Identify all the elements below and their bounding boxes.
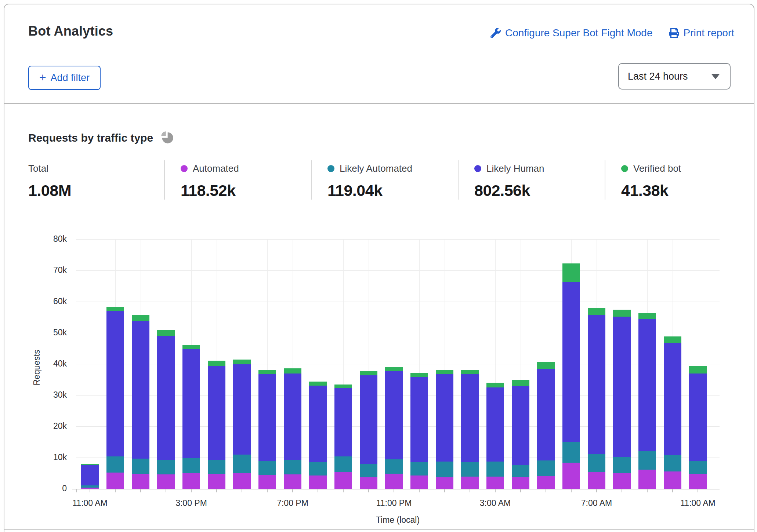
chart-bar[interactable] [436,370,453,489]
bar-segment-automated [309,475,327,489]
bar-segment-likely-human [233,364,251,455]
x-axis-tick-label: 7:00 AM [564,498,630,508]
bar-segment-automated [132,474,149,489]
chart-bar[interactable] [284,368,301,489]
chart-bar[interactable] [81,464,99,489]
bar-segment-automated [689,474,707,489]
bar-segment-likely-human [562,282,580,442]
bar-segment-verified-bot [258,370,276,374]
bar-segment-likely-automated [537,460,555,476]
bar-segment-likely-human [638,319,656,451]
bar-segment-likely-human [486,387,504,462]
bar-segment-verified-bot [486,383,504,387]
bar-segment-likely-automated [208,460,225,474]
chart-bar[interactable] [360,371,377,489]
bar-segment-automated [334,472,352,489]
x-gridline [90,239,90,489]
x-axis-tick-mark [115,489,116,492]
chart-bar[interactable] [157,330,175,489]
chart-bar[interactable] [486,383,504,489]
y-axis-tick-label: 60k [26,296,67,306]
bar-segment-verified-bot [182,345,200,349]
x-axis-tick-mark [318,489,318,492]
x-axis-title: Time (local) [343,515,453,525]
bar-segment-automated [182,473,200,489]
bar-segment-likely-human [360,375,377,464]
chart-bar[interactable] [309,382,327,489]
bar-segment-automated [385,474,403,489]
bar-segment-likely-automated [309,462,327,475]
bar-segment-likely-automated [588,454,605,472]
y-axis-tick-label: 10k [26,452,67,462]
bar-segment-verified-bot [385,367,403,371]
bar-segment-likely-human [182,349,200,458]
bar-segment-likely-automated [486,462,504,477]
y-axis-tick-label: 50k [26,328,67,338]
bar-segment-automated [106,473,124,489]
x-axis-tick-mark [546,489,546,492]
chart-bar[interactable] [233,360,251,489]
bar-segment-automated [284,474,301,489]
y-axis-title: Requests [32,342,42,386]
bar-segment-likely-automated [512,465,529,477]
bar-segment-likely-automated [258,461,276,475]
chart-bar[interactable] [562,263,580,489]
x-axis-tick-mark [394,489,394,492]
chart-bar[interactable] [638,313,656,489]
bar-segment-likely-human [613,317,631,457]
y-axis-tick-label: 0 [26,484,67,493]
bar-segment-verified-bot [284,368,301,374]
chart-bar[interactable] [334,385,352,489]
bar-segment-verified-bot [233,360,251,364]
bar-segment-automated [562,463,580,489]
x-axis-tick-mark [343,489,344,492]
chart-bar[interactable] [537,362,555,489]
y-axis-tick-label: 80k [26,234,67,244]
x-axis-tick-mark [90,489,90,492]
bar-segment-automated [410,475,428,489]
x-axis-tick-label: 3:00 AM [462,498,528,508]
x-axis-tick-mark [647,489,648,492]
bar-segment-likely-automated [157,460,175,474]
bar-segment-automated [436,477,453,489]
bar-segment-likely-automated [182,458,200,473]
bar-segment-verified-bot [562,263,580,282]
y-axis-tick-label: 70k [26,265,67,275]
chart-bar[interactable] [664,336,681,489]
x-axis-tick-mark [495,489,496,492]
bar-segment-automated [360,477,377,489]
bar-segment-automated [638,470,656,489]
chart-bar[interactable] [208,361,225,489]
x-axis-tick-mark [672,489,673,492]
bar-segment-likely-automated [284,460,301,474]
bar-segment-likely-human [385,371,403,459]
bar-segment-likely-automated [436,462,453,477]
chart-bar[interactable] [132,315,149,489]
bar-segment-likely-human [106,311,124,457]
x-axis-tick-mark [140,489,141,492]
x-axis-tick-mark [368,489,369,492]
chart-bar[interactable] [106,307,124,489]
x-axis-tick-mark [267,489,268,492]
x-axis-tick-label: 11:00 AM [665,498,731,508]
bar-segment-verified-bot [461,370,479,374]
bar-segment-likely-automated [664,455,681,471]
chart-bar[interactable] [512,380,529,489]
chart-bar[interactable] [613,310,631,489]
chart-bar[interactable] [182,345,200,489]
chart-bar[interactable] [461,370,479,489]
chart-bar[interactable] [410,373,428,489]
x-axis-tick-label: 7:00 PM [260,498,326,508]
bar-segment-likely-human [664,343,681,455]
chart-bar[interactable] [689,366,707,489]
x-axis-tick-mark [571,489,572,492]
chart-bar[interactable] [385,367,403,489]
bar-segment-automated [258,475,276,489]
y-axis-tick-label: 20k [26,421,67,431]
chart-bar[interactable] [258,370,276,489]
bar-segment-automated [588,472,605,489]
bar-segment-verified-bot [334,385,352,388]
bar-segment-verified-bot [512,380,529,386]
bar-segment-likely-human [588,315,605,454]
chart-bar[interactable] [588,308,605,489]
